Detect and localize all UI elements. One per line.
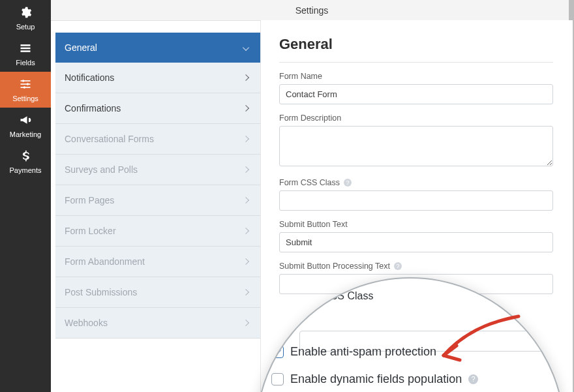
settings-side-panel: General Notifications Confirmations Conv… xyxy=(55,33,260,339)
svg-rect-3 xyxy=(21,80,31,82)
chevron-right-icon xyxy=(243,289,249,295)
side-item-confirmations[interactable]: Confirmations xyxy=(55,93,260,124)
side-item-label: Form Pages xyxy=(65,195,114,205)
chevron-right-icon xyxy=(243,228,249,234)
side-item-form-locker[interactable]: Form Locker xyxy=(55,216,260,247)
anti-spam-label: Enable anti-spam protection xyxy=(290,345,436,359)
chevron-down-icon xyxy=(243,44,249,51)
side-item-label: General xyxy=(65,42,97,53)
chevron-right-icon xyxy=(243,74,249,81)
rail-item-setup[interactable]: Setup xyxy=(0,0,51,36)
css-class-label: Form CSS Class ? xyxy=(279,178,553,187)
dynamic-row[interactable]: Enable dynamic fields population ? xyxy=(271,372,478,386)
rail-item-fields[interactable]: Fields xyxy=(0,36,51,72)
side-item-label: Form Locker xyxy=(65,226,116,236)
form-desc-input[interactable] xyxy=(279,126,553,166)
rail-label: Fields xyxy=(16,59,35,67)
svg-rect-1 xyxy=(21,47,31,49)
list-icon xyxy=(19,42,32,57)
css-class-input[interactable] xyxy=(279,190,553,211)
side-item-post-submissions[interactable]: Post Submissions xyxy=(55,277,260,308)
rail-label: Setup xyxy=(16,23,35,31)
submit-text-label: Submit Button Text xyxy=(279,220,553,229)
svg-rect-0 xyxy=(21,44,31,46)
rail-item-settings[interactable]: Settings xyxy=(0,72,51,108)
rail-item-payments[interactable]: Payments xyxy=(0,143,51,179)
form-desc-label: Form Description xyxy=(279,113,553,123)
help-icon[interactable]: ? xyxy=(394,262,402,270)
side-item-form-abandonment[interactable]: Form Abandonment xyxy=(55,247,260,277)
chevron-right-icon xyxy=(243,166,249,173)
side-item-label: Surveys and Polls xyxy=(65,164,138,175)
dynamic-checkbox[interactable] xyxy=(271,373,284,385)
dynamic-label: Enable dynamic fields population xyxy=(290,372,462,386)
topbar: Settings xyxy=(51,0,573,21)
content-heading: General xyxy=(279,36,553,63)
svg-point-8 xyxy=(23,86,25,88)
left-rail: Setup Fields Settings Marketing Payments xyxy=(0,0,51,392)
gear-icon xyxy=(19,6,32,22)
sliders-icon xyxy=(19,78,32,93)
side-item-conversational-forms[interactable]: Conversational Forms xyxy=(55,124,260,155)
help-icon[interactable]: ? xyxy=(468,374,478,384)
side-item-general[interactable]: General xyxy=(55,33,260,63)
side-item-label: Conversational Forms xyxy=(65,134,154,144)
side-item-surveys-polls[interactable]: Surveys and Polls xyxy=(55,155,260,185)
svg-point-6 xyxy=(22,80,24,82)
rail-item-marketing[interactable]: Marketing xyxy=(0,108,51,143)
rail-label: Payments xyxy=(10,166,42,174)
chevron-right-icon xyxy=(243,320,249,326)
side-item-form-pages[interactable]: Form Pages xyxy=(55,185,260,216)
svg-rect-2 xyxy=(21,50,31,52)
help-icon[interactable]: ? xyxy=(344,179,352,187)
side-item-label: Form Abandonment xyxy=(65,256,145,267)
side-item-label: Confirmations xyxy=(65,103,121,113)
submit-text-input[interactable] xyxy=(279,232,553,252)
anti-spam-row[interactable]: Enable anti-spam protection xyxy=(271,345,436,359)
form-name-label: Form Name xyxy=(279,72,553,81)
rail-label: Settings xyxy=(12,95,38,102)
chevron-right-icon xyxy=(243,197,249,204)
megaphone-icon xyxy=(19,113,32,129)
rail-label: Marketing xyxy=(10,130,41,138)
side-item-webhooks[interactable]: Webhooks xyxy=(55,308,260,339)
side-item-notifications[interactable]: Notifications xyxy=(55,63,260,93)
chevron-right-icon xyxy=(243,136,249,142)
chevron-right-icon xyxy=(243,105,249,112)
side-item-label: Post Submissions xyxy=(65,287,137,297)
topbar-title: Settings xyxy=(295,5,329,16)
form-name-input[interactable] xyxy=(279,84,553,104)
submit-proc-label: Submit Button Processing Text ? xyxy=(279,262,553,271)
svg-rect-4 xyxy=(21,83,31,85)
side-item-label: Webhooks xyxy=(65,318,108,328)
side-item-label: Notifications xyxy=(65,72,114,83)
chevron-right-icon xyxy=(243,258,249,265)
svg-point-7 xyxy=(27,83,29,85)
dollar-icon xyxy=(19,149,32,165)
